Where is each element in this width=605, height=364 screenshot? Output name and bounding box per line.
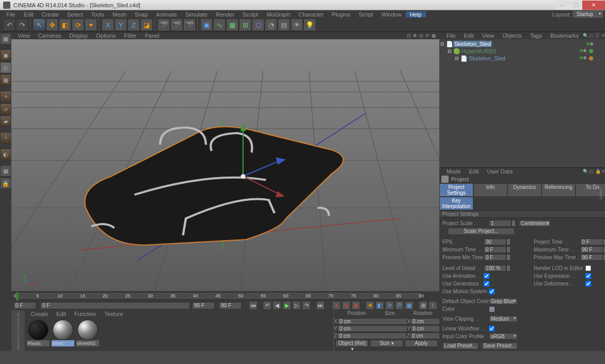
add-nurbs-button[interactable]: ▦: [226, 19, 238, 31]
menu-sculpt[interactable]: Sculpt: [238, 11, 263, 18]
object-tree[interactable]: ⊟📄Skeleton_Sled⊟🟢HyperNURBS⊟📄Skeleton_Sl…: [439, 39, 605, 167]
menu-mesh[interactable]: Mesh: [108, 11, 131, 18]
window-maximize-button[interactable]: ▢: [569, 1, 582, 10]
input-color-select[interactable]: sRGB: [489, 333, 518, 340]
save-preset-button[interactable]: Save Preset...: [482, 342, 518, 350]
y-axis-button[interactable]: Y: [115, 19, 127, 31]
attr-tab-project-settings[interactable]: Project Settings: [439, 183, 473, 197]
obj-search-icon[interactable]: 🔍: [583, 33, 588, 38]
prev-frame-button[interactable]: ◀: [273, 301, 281, 310]
material-Plastic[interactable]: Plastic: [27, 320, 50, 349]
mat-menu-texture[interactable]: Texture: [100, 311, 127, 317]
project-scale-unit[interactable]: Centimeters: [519, 220, 551, 227]
menu-window[interactable]: Window: [377, 11, 406, 18]
vp-icon-3[interactable]: ◎: [419, 33, 425, 39]
menu-animate[interactable]: Animate: [152, 11, 181, 18]
polygon-mode-button[interactable]: ▰: [0, 116, 11, 127]
render-settings-button[interactable]: 🎬: [183, 19, 196, 31]
select-tool[interactable]: ↖: [33, 19, 45, 31]
coord-btn-0[interactable]: Object (Rel) ▾: [336, 340, 369, 347]
attr-lock-icon[interactable]: 🔒: [595, 169, 600, 174]
timeline[interactable]: 051015202530354045505560657075808590: [11, 291, 439, 300]
add-spline-button[interactable]: ∿: [213, 19, 226, 31]
color-swatch[interactable]: [489, 306, 495, 312]
rotate-tool[interactable]: ⟳: [72, 19, 84, 31]
mat-menu-function[interactable]: Function: [70, 311, 100, 317]
record-button[interactable]: ●: [332, 301, 341, 310]
goto-start-button[interactable]: ⏮: [249, 301, 258, 310]
fps-field[interactable]: [484, 239, 506, 245]
window-minimize-button[interactable]: —: [555, 1, 569, 10]
add-deformer-button[interactable]: ⬡: [252, 19, 264, 31]
vp-icon-2[interactable]: ✥: [413, 33, 419, 39]
menu-select[interactable]: Select: [63, 11, 87, 18]
window-close-button[interactable]: ✕: [582, 1, 605, 10]
render-view-button[interactable]: 🎬: [157, 19, 170, 31]
obj-menu-bookmarks[interactable]: Bookmarks: [546, 33, 583, 39]
menu-character[interactable]: Character: [294, 11, 327, 18]
min-time-field[interactable]: [484, 246, 506, 253]
undo-button[interactable]: ↶: [3, 19, 15, 31]
z-axis-button[interactable]: Z: [128, 19, 140, 31]
move-tool[interactable]: ✥: [46, 19, 58, 31]
vp-menu-display[interactable]: Display: [65, 33, 92, 39]
mat-menu-edit[interactable]: Edit: [52, 311, 70, 317]
menu-mograph[interactable]: MoGraph: [262, 11, 294, 18]
pos-y[interactable]: [338, 325, 407, 332]
viewport-mode-button[interactable]: ◐: [0, 149, 11, 160]
preview-max-field[interactable]: [580, 254, 603, 261]
edges-mode-button[interactable]: ▱: [0, 103, 11, 115]
scale-project-button[interactable]: Scale Project...: [448, 228, 515, 235]
use-expr-check[interactable]: [585, 273, 591, 279]
menu-file[interactable]: File: [2, 11, 20, 18]
attr-menu-edit[interactable]: Edit: [465, 168, 483, 175]
preview-min-field[interactable]: [484, 254, 506, 261]
vp-icon-1[interactable]: ◰: [407, 33, 412, 39]
use-gen-check[interactable]: [484, 281, 489, 287]
time-slider-field[interactable]: [40, 302, 190, 309]
material-silver002[interactable]: silver002: [76, 320, 99, 349]
use-def-check[interactable]: [585, 281, 591, 287]
end-frame-field[interactable]: [192, 302, 215, 309]
snap-button[interactable]: ▦: [0, 165, 11, 177]
add-scene-button[interactable]: 💡: [304, 19, 316, 31]
vp-menu-options[interactable]: Options: [92, 33, 120, 39]
max-time-field[interactable]: [580, 246, 603, 253]
next-key-button[interactable]: ↷: [302, 301, 311, 310]
key-rot-button[interactable]: ⟳: [385, 301, 394, 310]
attr-tab-dynamics[interactable]: Dynamics: [507, 183, 542, 197]
model-mode-button[interactable]: ▣: [0, 50, 11, 61]
object-mode-button[interactable]: ◎: [0, 62, 11, 73]
obj-menu-view[interactable]: View: [478, 33, 499, 39]
project-time-field[interactable]: [580, 239, 603, 245]
menu-tools[interactable]: Tools: [87, 11, 108, 18]
obj-path-icon[interactable]: ◰: [589, 33, 594, 38]
menu-create[interactable]: Create: [38, 11, 63, 18]
play-button[interactable]: ▶: [282, 301, 291, 310]
pos-x[interactable]: [338, 318, 407, 325]
attr-close-icon[interactable]: ✕: [601, 169, 605, 174]
render-region-button[interactable]: 🎬: [170, 19, 183, 31]
add-array-button[interactable]: ⊞: [239, 19, 251, 31]
key-opts-button[interactable]: ⊞: [419, 301, 427, 310]
mat-menu-create[interactable]: Create: [27, 311, 52, 317]
vp-icon-5[interactable]: ▦: [432, 33, 437, 39]
points-mode-button[interactable]: ⚬: [0, 91, 11, 102]
autokey-button[interactable]: ◎: [342, 301, 351, 310]
obj-close-icon[interactable]: ✕: [601, 33, 605, 38]
coord-btn-2[interactable]: Apply: [405, 340, 438, 347]
tree-row-1[interactable]: ⊟🟢HyperNURBS: [440, 48, 605, 55]
attr-up-icon[interactable]: ◰: [589, 169, 594, 174]
menu-render[interactable]: Render: [212, 11, 238, 18]
scale-tool[interactable]: ◧: [59, 19, 71, 31]
obj-menu-objects[interactable]: Objects: [498, 33, 526, 39]
x-axis-button[interactable]: X: [102, 19, 114, 31]
layout-select[interactable]: Startup: [573, 11, 603, 18]
vp-menu-cameras[interactable]: Cameras: [34, 33, 66, 39]
attr-menu-user-data[interactable]: User Data: [483, 168, 517, 175]
goto-end-button[interactable]: ⏭: [316, 301, 325, 310]
linear-wf-check[interactable]: [489, 326, 495, 331]
recent-tool[interactable]: ✦: [85, 19, 97, 31]
attr-tab-referencing[interactable]: Referencing: [542, 183, 576, 197]
key-pos-button[interactable]: ✥: [365, 301, 374, 310]
